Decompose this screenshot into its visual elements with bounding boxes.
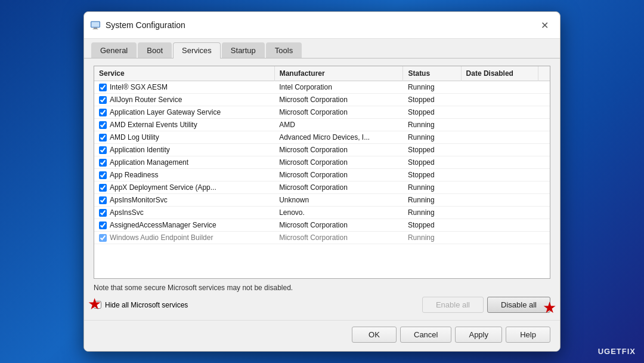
service-checkbox[interactable] xyxy=(99,171,107,179)
dialog-buttons-row: OK Cancel Apply Help xyxy=(84,320,560,351)
date-disabled-cell xyxy=(461,207,538,219)
service-checkbox[interactable] xyxy=(99,209,107,217)
status-cell: Stopped xyxy=(403,94,461,106)
service-cell: Intel® SGX AESM xyxy=(94,81,274,94)
service-checkbox[interactable] xyxy=(99,96,107,104)
cancel-button[interactable]: Cancel xyxy=(400,327,451,343)
table-row: AllJoyn Router ServiceMicrosoft Corporat… xyxy=(94,94,550,106)
service-checkbox[interactable] xyxy=(99,159,107,167)
manufacturer-cell: Microsoft Corporation xyxy=(274,182,403,194)
help-button[interactable]: Help xyxy=(506,327,550,343)
service-checkbox[interactable] xyxy=(99,84,107,91)
service-name: Application Management xyxy=(110,158,188,167)
tabs-row: General Boot Services Startup Tools xyxy=(84,39,560,59)
service-name: AppX Deployment Service (App... xyxy=(110,183,216,192)
table-row: App ReadinessMicrosoft CorporationStoppe… xyxy=(94,169,550,182)
col-header-date-disabled[interactable]: Date Disabled xyxy=(461,66,538,81)
table-row: Intel® SGX AESMIntel CorporationRunning xyxy=(94,81,550,94)
service-cell: ApsInsSvc xyxy=(94,207,274,219)
svg-rect-2 xyxy=(93,29,98,29)
service-cell: AMD Log Utility xyxy=(94,131,274,144)
col-header-manufacturer[interactable]: Manufacturer xyxy=(274,66,403,81)
tab-general[interactable]: General xyxy=(91,42,137,58)
date-disabled-cell xyxy=(461,81,538,94)
table-row: ApsInsSvcLenovo.Running xyxy=(94,207,550,219)
manufacturer-cell: Microsoft Corporation xyxy=(274,232,403,244)
status-cell: Running xyxy=(403,119,461,131)
system-configuration-window: System Configuration ✕ General Boot Serv… xyxy=(83,11,561,352)
service-name: Application Layer Gateway Service xyxy=(110,108,221,116)
content-area: Service Manufacturer Status Date Disable… xyxy=(84,59,560,320)
service-checkbox[interactable] xyxy=(99,134,107,141)
svg-rect-1 xyxy=(94,28,97,29)
window-icon xyxy=(90,20,101,30)
manufacturer-cell: Intel Corporation xyxy=(274,81,403,94)
status-cell: Stopped xyxy=(403,169,461,182)
service-cell: AssignedAccessManager Service xyxy=(94,219,274,232)
service-checkbox[interactable] xyxy=(99,222,107,229)
date-disabled-cell xyxy=(461,94,538,106)
service-name: AMD Log Utility xyxy=(110,133,159,141)
service-cell: Application Layer Gateway Service xyxy=(94,106,274,119)
col-header-service[interactable]: Service xyxy=(94,66,274,81)
table-row: Application Layer Gateway ServiceMicroso… xyxy=(94,106,550,119)
manufacturer-cell: Microsoft Corporation xyxy=(274,156,403,169)
status-cell: Running xyxy=(403,194,461,207)
tab-tools[interactable]: Tools xyxy=(266,42,302,58)
status-cell: Stopped xyxy=(403,156,461,169)
date-disabled-cell xyxy=(461,219,538,232)
tab-services[interactable]: Services xyxy=(173,42,221,59)
date-disabled-cell xyxy=(461,131,538,144)
status-cell: Running xyxy=(403,207,461,219)
hide-microsoft-text: Hide all Microsoft services xyxy=(105,301,188,309)
service-checkbox[interactable] xyxy=(99,121,107,129)
service-name: Application Identity xyxy=(110,146,170,154)
service-checkbox[interactable] xyxy=(99,184,107,192)
table-row: Application ManagementMicrosoft Corporat… xyxy=(94,156,550,169)
watermark: UGETFIX xyxy=(598,347,636,356)
service-cell: ApsInsMonitorSvc xyxy=(94,194,274,207)
status-cell: Stopped xyxy=(403,106,461,119)
service-cell: AllJoyn Router Service xyxy=(94,94,274,106)
enable-all-button[interactable]: Enable all xyxy=(422,297,484,313)
service-checkbox[interactable] xyxy=(99,109,107,116)
table-header-row: Service Manufacturer Status Date Disable… xyxy=(94,66,550,81)
manufacturer-cell: Microsoft Corporation xyxy=(274,169,403,182)
date-disabled-cell xyxy=(461,169,538,182)
ok-button[interactable]: OK xyxy=(352,327,397,343)
date-disabled-cell xyxy=(461,144,538,156)
date-disabled-cell xyxy=(461,194,538,207)
col-header-scroll xyxy=(538,66,550,81)
right-red-star: ★ xyxy=(543,300,556,315)
service-cell: Application Management xyxy=(94,156,274,169)
col-header-status[interactable]: Status xyxy=(403,66,461,81)
table-row: ApsInsMonitorSvcUnknownRunning xyxy=(94,194,550,207)
services-table: Service Manufacturer Status Date Disable… xyxy=(94,66,550,244)
tab-startup[interactable]: Startup xyxy=(222,42,265,58)
service-name: AMD External Events Utility xyxy=(110,121,197,129)
service-cell: Windows Audio Endpoint Builder xyxy=(94,232,274,244)
apply-button[interactable]: Apply xyxy=(455,327,502,343)
status-cell: Running xyxy=(403,81,461,94)
close-button[interactable]: ✕ xyxy=(537,18,552,32)
service-checkbox[interactable] xyxy=(99,196,107,204)
disable-all-button[interactable]: Disable all xyxy=(487,297,550,313)
table-row: AMD Log UtilityAdvanced Micro Devices, I… xyxy=(94,131,550,144)
tab-boot[interactable]: Boot xyxy=(138,42,172,58)
date-disabled-cell xyxy=(461,156,538,169)
enable-disable-buttons: Enable all Disable all ★ xyxy=(422,297,550,313)
status-cell: Stopped xyxy=(403,219,461,232)
status-cell: Running xyxy=(403,182,461,194)
service-cell: App Readiness xyxy=(94,169,274,182)
manufacturer-cell: Microsoft Corporation xyxy=(274,106,403,119)
service-checkbox[interactable] xyxy=(99,234,107,242)
service-checkbox[interactable] xyxy=(99,146,107,154)
manufacturer-cell: Microsoft Corporation xyxy=(274,144,403,156)
service-name: AllJoyn Router Service xyxy=(110,96,182,104)
status-cell: Running xyxy=(403,232,461,244)
status-cell: Stopped xyxy=(403,144,461,156)
title-bar: System Configuration ✕ xyxy=(84,12,560,39)
left-red-star: ★ xyxy=(88,296,101,312)
title-bar-left: System Configuration xyxy=(90,20,185,30)
service-name: App Readiness xyxy=(110,171,158,179)
